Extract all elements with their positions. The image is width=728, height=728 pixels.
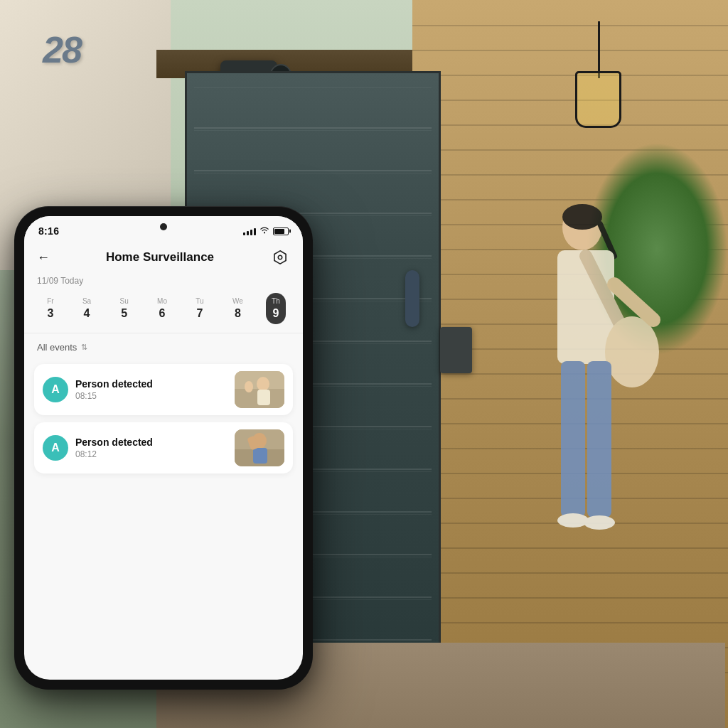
wood-plank xyxy=(412,100,728,101)
phone-body: 8:16 xyxy=(14,206,313,690)
front-camera xyxy=(160,223,167,230)
svg-rect-21 xyxy=(253,448,267,464)
day-label-wed: We xyxy=(232,297,243,305)
day-label-tue: Tu xyxy=(196,297,203,305)
svg-point-12 xyxy=(278,255,282,259)
signal-bar-2 xyxy=(247,231,249,235)
app-header: ← Home Surveillance xyxy=(24,242,303,273)
signal-bars-icon xyxy=(243,227,256,235)
wood-plank xyxy=(412,75,728,76)
status-time: 8:16 xyxy=(38,225,59,237)
signal-bar-3 xyxy=(250,230,252,235)
event-info-1: Person detected 08:15 xyxy=(75,378,228,401)
event-time-2: 08:12 xyxy=(75,449,228,459)
event-item-1[interactable]: A Person detected 08:15 xyxy=(34,364,293,415)
svg-point-17 xyxy=(245,381,253,392)
back-button[interactable]: ← xyxy=(37,250,50,265)
day-label-sat: Sa xyxy=(82,297,91,305)
wood-plank xyxy=(412,124,728,126)
day-number-mon: 6 xyxy=(159,307,166,320)
smart-door-panel xyxy=(440,327,472,373)
day-number-thu: 9 xyxy=(272,307,279,320)
door-panel xyxy=(194,87,432,129)
day-number-wed: 8 xyxy=(235,307,241,320)
app-title: Home Surveillance xyxy=(106,250,214,264)
event-title-1: Person detected xyxy=(75,378,228,390)
filter-sort-icon[interactable]: ⇅ xyxy=(81,343,87,352)
settings-hex-button[interactable] xyxy=(270,247,290,267)
event-icon-letter-1: A xyxy=(51,383,60,396)
pendant-light-cord xyxy=(598,21,600,78)
svg-point-9 xyxy=(557,513,589,528)
event-title-2: Person detected xyxy=(75,437,228,448)
wood-plank xyxy=(412,50,728,51)
day-number-tue: 7 xyxy=(197,307,203,320)
day-item-wed[interactable]: We 8 xyxy=(227,293,249,324)
current-date: 11/09 Today xyxy=(37,276,83,286)
filter-label: All events xyxy=(37,342,77,353)
wood-plank xyxy=(412,25,728,26)
event-thumbnail-2[interactable] xyxy=(235,429,284,466)
wifi-icon xyxy=(259,226,269,236)
status-icons xyxy=(243,226,289,236)
day-item-thu[interactable]: Th 9 xyxy=(266,293,286,324)
door-handle xyxy=(405,270,419,327)
day-number-sun: 5 xyxy=(121,307,127,320)
event-icon-1: A xyxy=(43,377,68,402)
svg-point-10 xyxy=(584,515,615,530)
date-row: 11/09 Today xyxy=(24,273,303,287)
scene-container: 28 xyxy=(0,0,728,728)
svg-rect-7 xyxy=(561,361,585,518)
day-label-sun: Su xyxy=(120,297,129,305)
day-number-sat: 4 xyxy=(84,307,90,320)
wood-plank xyxy=(412,622,728,623)
event-thumbnail-1[interactable] xyxy=(235,371,284,408)
day-label-thu: Th xyxy=(272,297,280,305)
day-label-fri: Fr xyxy=(47,297,53,305)
svg-rect-16 xyxy=(257,390,270,405)
day-item-mon[interactable]: Mo 6 xyxy=(151,293,173,324)
day-item-sun[interactable]: Su 5 xyxy=(114,293,134,324)
day-number-fri: 3 xyxy=(47,307,53,320)
divider xyxy=(24,333,303,333)
svg-point-11 xyxy=(264,232,265,234)
day-label-mon: Mo xyxy=(157,297,167,305)
battery-icon xyxy=(273,228,289,235)
svg-rect-8 xyxy=(587,361,611,518)
phone-screen: 8:16 xyxy=(24,216,303,680)
person-silhouette xyxy=(522,199,664,611)
event-time-1: 08:15 xyxy=(75,391,228,401)
event-icon-2: A xyxy=(43,435,68,461)
event-list: A Person detected 08:15 xyxy=(24,358,303,479)
svg-point-1 xyxy=(562,204,602,230)
event-info-2: Person detected 08:12 xyxy=(75,437,228,459)
thumbnail-image-1 xyxy=(235,371,284,408)
svg-point-15 xyxy=(257,377,269,391)
signal-bar-4 xyxy=(254,228,256,235)
day-item-tue[interactable]: Tu 7 xyxy=(190,293,209,324)
door-panel xyxy=(194,130,432,171)
signal-bar-1 xyxy=(243,232,245,235)
day-selector[interactable]: Fr 3 Sa 4 Su 5 Mo 6 xyxy=(24,287,303,330)
event-icon-letter-2: A xyxy=(51,441,60,454)
pendant-light-cage xyxy=(575,71,621,128)
battery-tip xyxy=(289,230,291,233)
house-number: 28 xyxy=(43,28,81,71)
phone-device: 8:16 xyxy=(14,206,313,690)
battery-fill xyxy=(274,229,284,234)
svg-point-5 xyxy=(605,316,659,387)
day-item-sat[interactable]: Sa 4 xyxy=(77,293,97,324)
thumbnail-image-2 xyxy=(235,429,284,466)
event-item-2[interactable]: A Person detected 08:12 xyxy=(34,422,293,473)
day-item-fri[interactable]: Fr 3 xyxy=(41,293,59,324)
filter-row[interactable]: All events ⇅ xyxy=(24,336,303,358)
